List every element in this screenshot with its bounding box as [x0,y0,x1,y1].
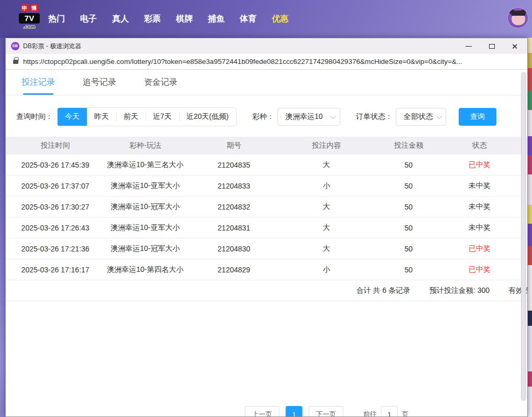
window-title: DB彩票 - 极速浏览器 [23,42,81,51]
bet-amount-cell: 50 [371,182,446,190]
search-button[interactable]: 查询 [459,108,496,126]
bet-time-cell: 2025-03-26 17:21:36 [6,245,105,253]
summary-total: 合计 共 6 条记录 [356,286,410,295]
page-unit-label: 页 [402,410,409,416]
bet-time-cell: 2025-03-26 17:37:07 [6,182,105,190]
nav-menu-item[interactable]: 捕鱼 [208,14,225,25]
avatar-hair-bun [520,9,526,15]
time-filter-option[interactable]: 今天 [58,108,87,126]
bet-time-cell: 2025-03-26 17:16:17 [6,266,105,274]
issue-number-cell: 21204835 [186,161,282,169]
record-tab[interactable]: 投注记录 [21,70,55,95]
bet-content-cell: 小 [282,181,371,191]
table-row: 2025-03-26 17:37:07 澳洲幸运10-亚军大小 21204833… [6,175,527,196]
close-icon: ✕ [512,42,518,50]
table-row: 2025-03-26 17:45:39 澳洲幸运10-第三名大小 2120483… [6,155,527,175]
status-cell: 未中奖 [447,223,527,233]
chevron-down-icon [436,113,441,119]
game-play-cell: 澳洲幸运10-亚军大小 [105,181,185,191]
game-play-cell: 澳洲幸运10-亚军大小 [105,223,185,233]
page-content: 投注记录 追号记录 资金记录 查询时间： 今天 昨天 前天 [6,70,527,416]
https-lock-icon [13,60,18,64]
game-play-cell: 澳洲幸运10-冠军大小 [105,244,185,254]
lottery-select[interactable]: 澳洲幸运10 [278,108,340,126]
game-play-cell: 澳洲幸运10-第三名大小 [105,160,185,170]
window-titlebar[interactable]: DB DB彩票 - 极速浏览器 ✕ [6,38,527,54]
logo-suffix: .com [19,24,40,29]
column-header: 投注时间 [6,141,105,150]
issue-number-cell: 21204833 [186,182,282,190]
nav-menu-item[interactable]: 热门 [48,14,65,25]
maximize-button[interactable] [484,40,499,52]
bet-amount-cell: 50 [371,245,446,253]
status-cell: 已中奖 [447,160,527,170]
time-filter-option[interactable]: 近7天 [146,108,179,126]
column-header: 期号 [186,141,282,150]
column-header: 投注内容 [282,141,371,150]
site-top-nav: 申 博 7V .com 热门 电子 真人 彩票 棋牌 捕鱼 体育 优惠 [0,0,532,38]
summary-row: 合计 共 6 条记录 预计投注金额: 300 有效投注金额 [6,280,527,301]
bet-amount-cell: 50 [371,224,446,232]
table-row: 2025-03-26 17:21:36 澳洲幸运10-冠军大小 21204830… [6,238,527,259]
goto-page-label: 前往 [363,410,377,416]
time-filter-option[interactable]: 前天 [116,108,146,126]
nav-menu-item[interactable]: 彩票 [144,14,161,25]
logo-badge: 申 [21,4,29,12]
current-page-button[interactable]: 1 [286,406,303,416]
prev-page-button[interactable]: 上一页 [245,406,280,416]
record-tabs: 投注记录 追号记录 资金记录 [6,70,527,95]
bet-time-cell: 2025-03-26 17:30:27 [6,203,105,211]
table-row: 2025-03-26 17:30:27 澳洲幸运10-冠军大小 21204832… [6,196,527,217]
bet-content-cell: 大 [282,202,371,212]
table-header-row: 投注时间 彩种-玩法 期号 投注内容 投注金额 状态 [6,137,527,155]
logo-main-text: 7V [19,13,40,24]
time-filter-label: 查询时间： [16,112,53,122]
page-url: https://ctopcp02pcali.uengi5e.com/lotter… [23,58,462,65]
nav-menu-item[interactable]: 体育 [240,14,257,25]
close-button[interactable]: ✕ [507,40,522,52]
next-page-button[interactable]: 下一页 [309,406,343,416]
user-avatar[interactable] [507,7,528,28]
bet-content-cell: 大 [282,160,371,170]
time-filter-option[interactable]: 近20天(低频) [179,108,236,126]
bet-amount-cell: 50 [371,161,446,169]
maximize-icon [489,44,495,49]
minimize-icon [465,46,472,47]
issue-number-cell: 21204831 [186,224,282,232]
issue-number-cell: 21204829 [186,266,282,274]
site-logo[interactable]: 申 博 7V .com [19,4,40,29]
order-status-select[interactable]: 全部状态 [396,108,446,126]
time-filter-option[interactable]: 昨天 [87,108,116,126]
nav-menu-item[interactable]: 棋牌 [176,14,193,25]
background-page-strip [528,38,532,417]
goto-page-input[interactable] [381,406,398,416]
scrollbar-thumb[interactable] [521,72,526,401]
bet-record-table: 投注时间 彩种-玩法 期号 投注内容 投注金额 状态 2025-03-26 17… [6,137,527,301]
status-cell: 未中奖 [447,202,527,212]
game-play-cell: 澳洲幸运10-冠军大小 [105,202,185,212]
order-status-value: 全部状态 [404,112,433,122]
summary-expected-amount: 预计投注金额: 300 [429,286,490,295]
issue-number-cell: 21204830 [186,245,282,253]
minimize-button[interactable] [461,40,476,52]
record-tab-label: 投注记录 [21,77,55,88]
record-tab-label: 追号记录 [83,77,116,88]
record-tab[interactable]: 资金记录 [144,70,178,95]
record-tab-label: 资金记录 [144,77,178,88]
bet-content-cell: 大 [282,223,371,233]
column-header: 投注金额 [371,141,446,150]
window-scrollbar[interactable] [520,71,527,413]
record-tab[interactable]: 追号记录 [83,70,116,95]
table-row: 2025-03-26 17:26:43 澳洲幸运10-亚军大小 21204831… [6,217,527,238]
address-bar[interactable]: https://ctopcp02pcali.uengi5e.com/lotter… [6,54,527,70]
nav-menu-item[interactable]: 优惠 [272,14,289,25]
site-nav-menu: 热门 电子 真人 彩票 棋牌 捕鱼 体育 优惠 [48,14,289,25]
nav-menu-item[interactable]: 电子 [80,14,97,25]
nav-menu-item[interactable]: 真人 [112,14,129,25]
browser-window: DB DB彩票 - 极速浏览器 ✕ https://ctopcp02pcali.… [5,38,528,417]
bet-time-cell: 2025-03-26 17:45:39 [6,161,105,169]
table-row: 2025-03-26 17:16:17 澳洲幸运10-第四名大小 2120482… [6,259,527,280]
bet-content-cell: 小 [282,265,371,275]
window-favicon: DB [11,42,19,50]
status-cell: 已中奖 [447,265,527,275]
